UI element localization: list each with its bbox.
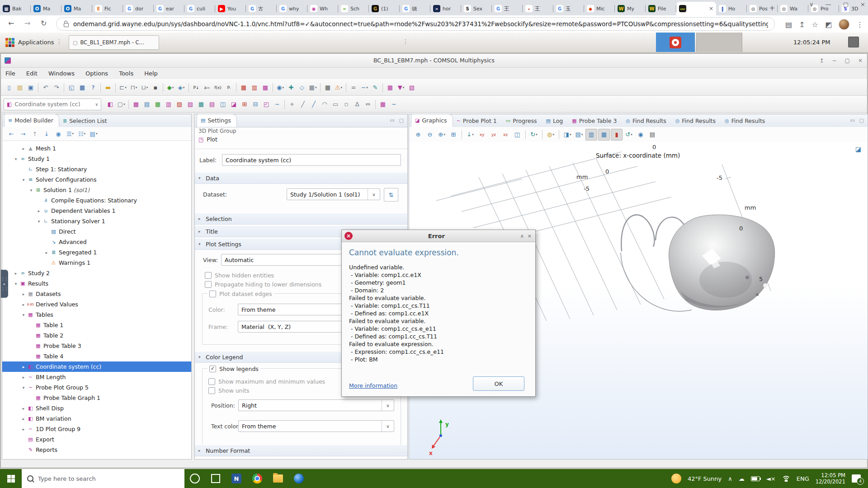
distribute-icon[interactable]: ⊔▾ [139,82,150,93]
expand-arrow-icon[interactable]: ▾ [28,188,34,192]
browser-tab[interactable]: E Fic × [92,2,123,15]
notification-icon[interactable]: 4 [852,474,861,483]
position-select[interactable]: Right ∨ [238,399,394,411]
align-top-icon[interactable]: ⊓▾ [128,82,139,93]
plot-type-3-icon[interactable]: ▦▾ [152,99,163,110]
tree-item[interactable]: ▸ 8.85 Derived Values [2,299,191,310]
expand-arrow-icon[interactable]: ▸ [20,302,27,307]
save-icon[interactable]: ▣▾ [25,82,36,93]
align-left-icon[interactable]: ⊏▾ [118,82,128,93]
expand-arrow-icon[interactable]: ▾ [20,313,27,317]
draw-square-icon[interactable]: ▫▾ [341,99,352,110]
menu-item[interactable]: Windows [48,70,75,77]
stop-icon[interactable]: ▪▾ [150,82,161,93]
plot-type-14-icon[interactable]: ∼▾ [272,99,283,110]
scene-light-icon[interactable]: ◍▾ [545,129,556,140]
default-view-icon[interactable]: ↓▾ [465,129,476,140]
battery-icon[interactable] [751,476,760,481]
browser-tab[interactable]: O Ma × [61,2,92,15]
dataset-select[interactable]: Study 1/Solution 1 (sol1) ∨ [287,188,380,200]
checkbox-show-hidden[interactable]: Show hidden entities [205,272,274,279]
tree-item[interactable]: ▾ ▣ Results [2,278,191,289]
tree-item[interactable]: ▦ Table 1 [2,320,191,330]
zoom-in-icon[interactable]: ⊕▾ [413,129,424,140]
move-up-icon[interactable]: ↑▾ [29,128,40,139]
plot-button[interactable]: ◳ Plot [198,136,217,143]
redo-icon[interactable]: ↷▾ [51,82,62,93]
expand-arrow-icon[interactable]: ▸ [20,292,27,296]
save-page-icon[interactable]: ▤ [785,20,792,29]
menu-item[interactable]: Edit [26,70,38,77]
separator[interactable]: ▾ [234,82,238,93]
undo-icon[interactable]: ↶▾ [40,82,51,93]
surface-plot-icon[interactable]: ▧▾ [406,82,417,93]
plot-window-icon[interactable]: ◧▾ [105,99,116,110]
plot-type-6-icon[interactable]: ▧▾ [185,99,196,110]
menu-item[interactable]: Help [144,70,158,77]
tree-item[interactable]: ▨ Direct [2,226,191,237]
parameter-case-icon[interactable]: Pᵢ▾ [223,82,234,93]
plot-group-icon[interactable]: ▦▾ [385,82,396,93]
graphics-tab[interactable]: ◎ Find Results [672,115,721,127]
plot-type-12-icon[interactable]: ⊟▾ [250,99,261,110]
parameters-icon[interactable]: P↓▾ [191,82,202,93]
plot-type-4-icon[interactable]: ▥▾ [163,99,174,110]
tree-item[interactable]: ▸ ∼ 1D Plot Group 9 [2,424,191,434]
copy-plot-icon[interactable]: ▢▾ [116,99,127,110]
panel-tray-icon[interactable] [848,37,859,47]
open-file-icon[interactable]: ▤▾ [14,82,25,93]
wifi-icon[interactable] [782,476,790,482]
separator[interactable]: ▾ [161,82,165,93]
section-number-format[interactable]: ▸Number Format [195,445,407,456]
browser-tab[interactable]: G dor × [123,2,154,15]
expand-arrow-icon[interactable]: ▸ [13,271,19,276]
forward-icon[interactable]: → [24,19,30,28]
draw-point-icon[interactable]: +▾ [287,99,297,110]
zoom-extents-icon[interactable]: ⊞▾ [448,129,459,140]
share-icon[interactable]: ↥ [799,20,805,29]
forward-icon[interactable]: →▾ [18,128,28,139]
expand-arrow-icon[interactable]: ▸ [36,209,42,213]
browser-tab[interactable]: W File × [646,2,676,15]
view-xy-icon[interactable]: xy▾ [476,129,487,140]
expand-arrow-icon[interactable]: ▾ [20,385,27,390]
expand-arrow-icon[interactable]: ▾ [20,178,27,182]
error-dialog-titlebar[interactable]: × Error ∧ × [342,230,535,242]
browser-tab[interactable]: G ear × [154,2,184,15]
browser-tab[interactable]: W My × [615,2,646,15]
graphics-tab[interactable]: ▭ Progress [502,115,542,127]
graphics-tab[interactable]: ◎ Find Results [622,115,671,127]
snapshot-icon[interactable]: ◉▾ [635,129,646,140]
browser-tab[interactable]: G 王 × [492,2,523,15]
checkbox-show-legends[interactable]: ✓ Show legends [208,365,260,372]
expand-arrow-icon[interactable]: ▾ [13,157,19,161]
dialog-up-icon[interactable]: ∧ [520,233,524,239]
plot-type-11-icon[interactable]: ⊞▾ [239,99,250,110]
window-control-icon[interactable]: — [826,1,831,8]
table-icon[interactable]: ▦▾ [322,82,333,93]
variables-icon[interactable]: a=▾ [202,82,212,93]
mesh2-icon[interactable]: ◇▾ [297,82,307,93]
task-view-button[interactable] [205,469,226,488]
toggle-grid-icon[interactable]: ▦▾ [598,129,610,141]
table-graph-icon[interactable]: ▦▾ [377,99,388,110]
warning-icon[interactable]: ⚠▾ [333,82,344,93]
graphics-tab[interactable]: ◪ Graphics [411,114,453,127]
window-control-icon[interactable]: ∨ [809,1,814,8]
tab-close-icon[interactable]: × [709,5,713,12]
draw-line2-icon[interactable]: ╱▾ [308,99,319,110]
browser-tab[interactable]: G 古 × [246,2,277,15]
address-bar[interactable]: ondemand.grid.wayne.edu/pun/sys/dashboar… [56,17,775,31]
browser-menu-icon[interactable]: ⋮ [856,20,863,29]
separator[interactable]: ▾ [344,82,348,93]
weather-sun-icon[interactable] [671,474,681,483]
menu-item[interactable]: Tools [119,70,133,77]
tree-item[interactable]: ▾ ∼ Probe Plot Group 5 [2,382,191,393]
menu-item[interactable]: File [5,70,15,77]
browser-tab[interactable]: O Ma × [31,2,61,15]
new-file-icon[interactable]: ▯▾ [4,82,14,93]
plot-type-5-icon[interactable]: ▨▾ [174,99,185,110]
fill-icon[interactable]: ▼▾ [396,82,406,93]
label-field[interactable]: Coordinate system (cc) [222,154,401,166]
expand-arrow-icon[interactable]: ▸ [43,250,50,255]
